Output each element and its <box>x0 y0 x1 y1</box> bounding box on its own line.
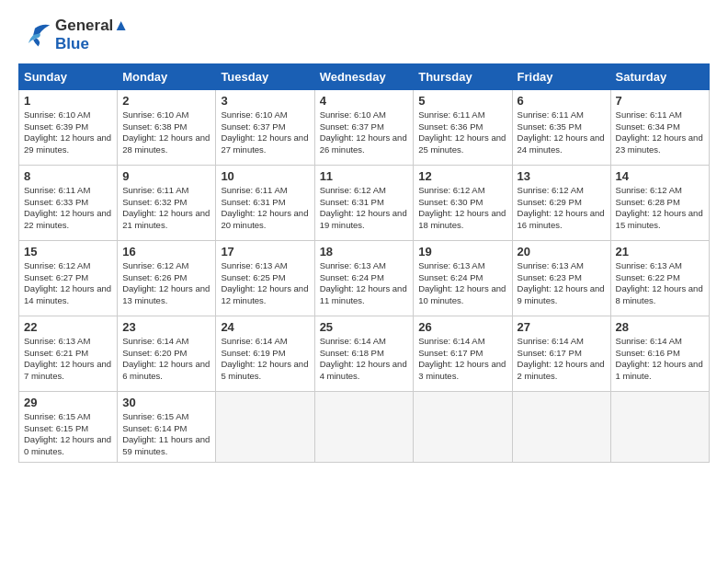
calendar-day-cell <box>512 391 610 462</box>
main-container: General▲ Blue SundayMondayTuesdayWednesd… <box>0 0 728 472</box>
calendar-day-cell: 3Sunrise: 6:10 AMSunset: 6:37 PMDaylight… <box>216 89 314 165</box>
day-details: Sunrise: 6:12 AMSunset: 6:29 PMDaylight:… <box>518 185 605 230</box>
day-details: Sunrise: 6:11 AMSunset: 6:33 PMDaylight:… <box>24 185 111 230</box>
calendar-week-row: 8Sunrise: 6:11 AMSunset: 6:33 PMDaylight… <box>19 165 710 240</box>
day-number: 18 <box>320 245 409 259</box>
day-number: 13 <box>518 169 606 183</box>
calendar-table: SundayMondayTuesdayWednesdayThursdayFrid… <box>18 63 710 463</box>
calendar-day-cell: 11Sunrise: 6:12 AMSunset: 6:31 PMDayligh… <box>314 165 414 240</box>
day-details: Sunrise: 6:14 AMSunset: 6:17 PMDaylight:… <box>418 336 506 381</box>
weekday-header: Wednesday <box>314 63 414 89</box>
day-details: Sunrise: 6:12 AMSunset: 6:30 PMDaylight:… <box>418 185 506 230</box>
logo-text: General▲ Blue <box>55 17 129 54</box>
day-number: 21 <box>616 245 704 259</box>
calendar-day-cell: 9Sunrise: 6:11 AMSunset: 6:32 PMDaylight… <box>118 165 216 240</box>
calendar-day-cell: 22Sunrise: 6:13 AMSunset: 6:21 PMDayligh… <box>19 316 118 391</box>
day-number: 9 <box>122 169 210 183</box>
day-number: 11 <box>320 169 409 183</box>
calendar-day-cell: 7Sunrise: 6:11 AMSunset: 6:34 PMDaylight… <box>610 89 709 165</box>
day-number: 5 <box>418 94 506 108</box>
day-number: 8 <box>24 169 112 183</box>
day-details: Sunrise: 6:12 AMSunset: 6:31 PMDaylight:… <box>320 185 407 230</box>
calendar-day-cell: 10Sunrise: 6:11 AMSunset: 6:31 PMDayligh… <box>216 165 314 240</box>
day-details: Sunrise: 6:13 AMSunset: 6:25 PMDaylight:… <box>221 260 308 305</box>
day-details: Sunrise: 6:15 AMSunset: 6:15 PMDaylight:… <box>24 411 111 456</box>
calendar-day-cell: 21Sunrise: 6:13 AMSunset: 6:22 PMDayligh… <box>610 240 709 316</box>
day-number: 4 <box>320 94 409 108</box>
calendar-day-cell: 18Sunrise: 6:13 AMSunset: 6:24 PMDayligh… <box>314 240 414 316</box>
calendar-day-cell <box>414 391 512 462</box>
logo-icon <box>18 21 51 49</box>
day-number: 10 <box>221 169 309 183</box>
day-details: Sunrise: 6:10 AMSunset: 6:39 PMDaylight:… <box>24 109 111 155</box>
day-details: Sunrise: 6:13 AMSunset: 6:21 PMDaylight:… <box>24 336 111 381</box>
day-details: Sunrise: 6:10 AMSunset: 6:38 PMDaylight:… <box>122 109 210 155</box>
day-details: Sunrise: 6:11 AMSunset: 6:35 PMDaylight:… <box>518 109 605 155</box>
calendar-day-cell: 8Sunrise: 6:11 AMSunset: 6:33 PMDaylight… <box>19 165 118 240</box>
calendar-day-cell: 5Sunrise: 6:11 AMSunset: 6:36 PMDaylight… <box>414 89 512 165</box>
day-number: 19 <box>418 245 506 259</box>
day-number: 16 <box>122 245 210 259</box>
day-details: Sunrise: 6:10 AMSunset: 6:37 PMDaylight:… <box>221 109 308 155</box>
weekday-header-row: SundayMondayTuesdayWednesdayThursdayFrid… <box>19 63 710 89</box>
weekday-header: Monday <box>118 63 216 89</box>
calendar-day-cell <box>314 391 414 462</box>
day-number: 12 <box>418 169 506 183</box>
day-details: Sunrise: 6:12 AMSunset: 6:26 PMDaylight:… <box>122 260 210 305</box>
day-number: 3 <box>221 94 309 108</box>
calendar-day-cell: 15Sunrise: 6:12 AMSunset: 6:27 PMDayligh… <box>19 240 118 316</box>
day-number: 23 <box>122 320 210 334</box>
calendar-day-cell: 24Sunrise: 6:14 AMSunset: 6:19 PMDayligh… <box>216 316 314 391</box>
calendar-day-cell: 13Sunrise: 6:12 AMSunset: 6:29 PMDayligh… <box>512 165 610 240</box>
day-details: Sunrise: 6:13 AMSunset: 6:24 PMDaylight:… <box>418 260 506 305</box>
calendar-week-row: 1Sunrise: 6:10 AMSunset: 6:39 PMDaylight… <box>19 89 710 165</box>
calendar-day-cell: 29Sunrise: 6:15 AMSunset: 6:15 PMDayligh… <box>19 391 118 462</box>
calendar-day-cell: 2Sunrise: 6:10 AMSunset: 6:38 PMDaylight… <box>118 89 216 165</box>
day-number: 2 <box>122 94 210 108</box>
day-details: Sunrise: 6:14 AMSunset: 6:18 PMDaylight:… <box>320 336 407 381</box>
day-details: Sunrise: 6:13 AMSunset: 6:23 PMDaylight:… <box>518 260 605 305</box>
calendar-day-cell: 4Sunrise: 6:10 AMSunset: 6:37 PMDaylight… <box>314 89 414 165</box>
calendar-day-cell: 30Sunrise: 6:15 AMSunset: 6:14 PMDayligh… <box>118 391 216 462</box>
day-number: 27 <box>518 320 606 334</box>
day-details: Sunrise: 6:15 AMSunset: 6:14 PMDaylight:… <box>122 411 210 456</box>
calendar-day-cell: 26Sunrise: 6:14 AMSunset: 6:17 PMDayligh… <box>414 316 512 391</box>
day-number: 15 <box>24 245 112 259</box>
day-details: Sunrise: 6:11 AMSunset: 6:36 PMDaylight:… <box>418 109 506 155</box>
calendar-day-cell: 28Sunrise: 6:14 AMSunset: 6:16 PMDayligh… <box>610 316 709 391</box>
logo: General▲ Blue <box>18 17 129 54</box>
day-number: 20 <box>518 245 606 259</box>
calendar-day-cell: 25Sunrise: 6:14 AMSunset: 6:18 PMDayligh… <box>314 316 414 391</box>
day-number: 14 <box>616 169 704 183</box>
day-details: Sunrise: 6:12 AMSunset: 6:28 PMDaylight:… <box>616 185 703 230</box>
day-details: Sunrise: 6:14 AMSunset: 6:19 PMDaylight:… <box>221 336 308 381</box>
day-details: Sunrise: 6:11 AMSunset: 6:34 PMDaylight:… <box>616 109 703 155</box>
header: General▲ Blue <box>18 17 710 54</box>
day-details: Sunrise: 6:14 AMSunset: 6:20 PMDaylight:… <box>122 336 210 381</box>
day-details: Sunrise: 6:12 AMSunset: 6:27 PMDaylight:… <box>24 260 111 305</box>
calendar-day-cell: 6Sunrise: 6:11 AMSunset: 6:35 PMDaylight… <box>512 89 610 165</box>
day-details: Sunrise: 6:10 AMSunset: 6:37 PMDaylight:… <box>320 109 407 155</box>
day-details: Sunrise: 6:13 AMSunset: 6:22 PMDaylight:… <box>616 260 703 305</box>
day-number: 1 <box>24 94 112 108</box>
calendar-day-cell: 19Sunrise: 6:13 AMSunset: 6:24 PMDayligh… <box>414 240 512 316</box>
day-number: 29 <box>24 396 112 409</box>
day-number: 17 <box>221 245 309 259</box>
day-number: 24 <box>221 320 309 334</box>
weekday-header: Thursday <box>414 63 512 89</box>
calendar-day-cell: 14Sunrise: 6:12 AMSunset: 6:28 PMDayligh… <box>610 165 709 240</box>
day-details: Sunrise: 6:14 AMSunset: 6:16 PMDaylight:… <box>616 336 703 381</box>
day-number: 6 <box>518 94 606 108</box>
calendar-week-row: 15Sunrise: 6:12 AMSunset: 6:27 PMDayligh… <box>19 240 710 316</box>
day-number: 26 <box>418 320 506 334</box>
day-number: 30 <box>122 396 210 409</box>
day-details: Sunrise: 6:11 AMSunset: 6:32 PMDaylight:… <box>122 185 210 230</box>
calendar-day-cell: 1Sunrise: 6:10 AMSunset: 6:39 PMDaylight… <box>19 89 118 165</box>
weekday-header: Sunday <box>19 63 118 89</box>
calendar-day-cell: 27Sunrise: 6:14 AMSunset: 6:17 PMDayligh… <box>512 316 610 391</box>
day-number: 7 <box>616 94 704 108</box>
calendar-day-cell: 23Sunrise: 6:14 AMSunset: 6:20 PMDayligh… <box>118 316 216 391</box>
calendar-day-cell: 17Sunrise: 6:13 AMSunset: 6:25 PMDayligh… <box>216 240 314 316</box>
day-details: Sunrise: 6:13 AMSunset: 6:24 PMDaylight:… <box>320 260 407 305</box>
calendar-day-cell: 20Sunrise: 6:13 AMSunset: 6:23 PMDayligh… <box>512 240 610 316</box>
